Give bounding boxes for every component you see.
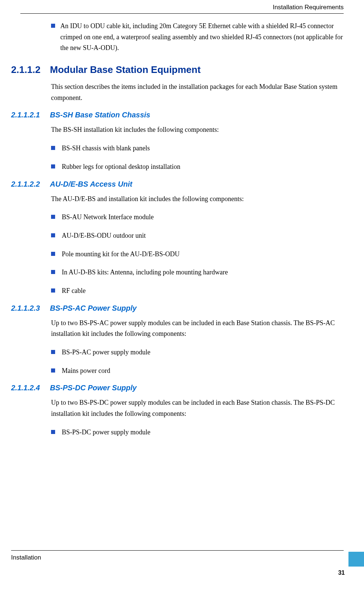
list-text: BS-SH chassis with blank panels: [62, 143, 150, 154]
list-text: BS-PS-DC power supply module: [62, 427, 151, 438]
intro-list: An IDU to ODU cable kit, including 20m C…: [51, 21, 344, 54]
list-item: BS-PS-AC power supply module: [51, 347, 344, 358]
list-text: Pole mounting kit for the AU-D/E-BS-ODU: [62, 249, 179, 260]
page-footer: Installation 31: [0, 550, 364, 591]
page-number: 31: [338, 570, 345, 576]
square-bullet-icon: [51, 215, 55, 219]
square-bullet-icon: [51, 24, 55, 28]
square-bullet-icon: [51, 350, 55, 354]
bullet-list: BS-AU Network Interface module AU-D/E-BS…: [51, 212, 344, 296]
heading-3: 2.1.1.2.2 AU-D/E-BS Access Unit: [11, 180, 344, 188]
page-header: Installation Requirements: [0, 0, 364, 16]
running-title: Installation Requirements: [20, 4, 344, 11]
paragraph: Up to two BS-PS-DC power supply modules …: [51, 397, 344, 419]
heading-title: BS-PS-AC Power Supply: [50, 304, 136, 313]
page-content: An IDU to ODU cable kit, including 20m C…: [11, 21, 344, 547]
bullet-list: BS-SH chassis with blank panels Rubber l…: [51, 143, 344, 172]
heading-number: 2.1.1.2.3: [11, 304, 50, 313]
heading-3: 2.1.1.2.4 BS-PS-DC Power Supply: [11, 384, 344, 392]
list-text: RF cable: [62, 286, 86, 297]
list-item: BS-PS-DC power supply module: [51, 427, 344, 438]
list-text: AU-D/E-BS-ODU outdoor unit: [62, 230, 146, 241]
heading-title: AU-D/E-BS Access Unit: [50, 180, 132, 188]
paragraph: The AU-D/E-BS and installation kit inclu…: [51, 194, 344, 205]
heading-3: 2.1.1.2.1 BS-SH Base Station Chassis: [11, 111, 344, 119]
square-bullet-icon: [51, 368, 55, 373]
list-item: In AU-D-BS kits: Antenna, including pole…: [51, 267, 344, 278]
bullet-list: BS-PS-DC power supply module: [51, 427, 344, 438]
paragraph: This section describes the items include…: [51, 81, 344, 103]
square-bullet-icon: [51, 430, 55, 434]
header-rule: [20, 13, 344, 14]
bullet-list: BS-PS-AC power supply module Mains power…: [51, 347, 344, 376]
paragraph: Up to two BS-PS-AC power supply modules …: [51, 318, 344, 340]
heading-number: 2.1.1.2.4: [11, 384, 50, 392]
paragraph: The BS-SH installation kit includes the …: [51, 124, 344, 136]
list-item: AU-D/E-BS-ODU outdoor unit: [51, 230, 344, 241]
square-bullet-icon: [51, 252, 55, 256]
heading-title: BS-PS-DC Power Supply: [50, 384, 136, 392]
list-item: An IDU to ODU cable kit, including 20m C…: [51, 21, 344, 54]
list-item: RF cable: [51, 286, 344, 297]
heading-3: 2.1.1.2.3 BS-PS-AC Power Supply: [11, 304, 344, 313]
footer-chapter: Installation: [11, 554, 41, 561]
list-text: Rubber legs for optional desktop install…: [62, 161, 180, 173]
list-text: An IDU to ODU cable kit, including 20m C…: [60, 21, 344, 54]
footer-rule: [11, 550, 344, 551]
square-bullet-icon: [51, 164, 55, 168]
footer-tab-marker: [348, 552, 364, 567]
list-item: Mains power cord: [51, 365, 344, 377]
heading-number: 2.1.1.2.1: [11, 111, 50, 119]
list-text: BS-PS-AC power supply module: [62, 347, 151, 358]
heading-title: BS-SH Base Station Chassis: [50, 111, 150, 119]
heading-number: 2.1.1.2: [11, 64, 50, 76]
list-item: BS-AU Network Interface module: [51, 212, 344, 223]
square-bullet-icon: [51, 146, 55, 150]
heading-2: 2.1.1.2 Modular Base Station Equipment: [11, 64, 344, 76]
list-text: BS-AU Network Interface module: [62, 212, 154, 223]
heading-title: Modular Base Station Equipment: [50, 64, 200, 76]
list-item: BS-SH chassis with blank panels: [51, 143, 344, 154]
heading-number: 2.1.1.2.2: [11, 180, 50, 188]
list-text: Mains power cord: [62, 365, 110, 377]
square-bullet-icon: [51, 233, 55, 237]
list-item: Rubber legs for optional desktop install…: [51, 161, 344, 173]
list-text: In AU-D-BS kits: Antenna, including pole…: [62, 267, 228, 278]
list-item: Pole mounting kit for the AU-D/E-BS-ODU: [51, 249, 344, 260]
square-bullet-icon: [51, 270, 55, 274]
square-bullet-icon: [51, 288, 55, 293]
